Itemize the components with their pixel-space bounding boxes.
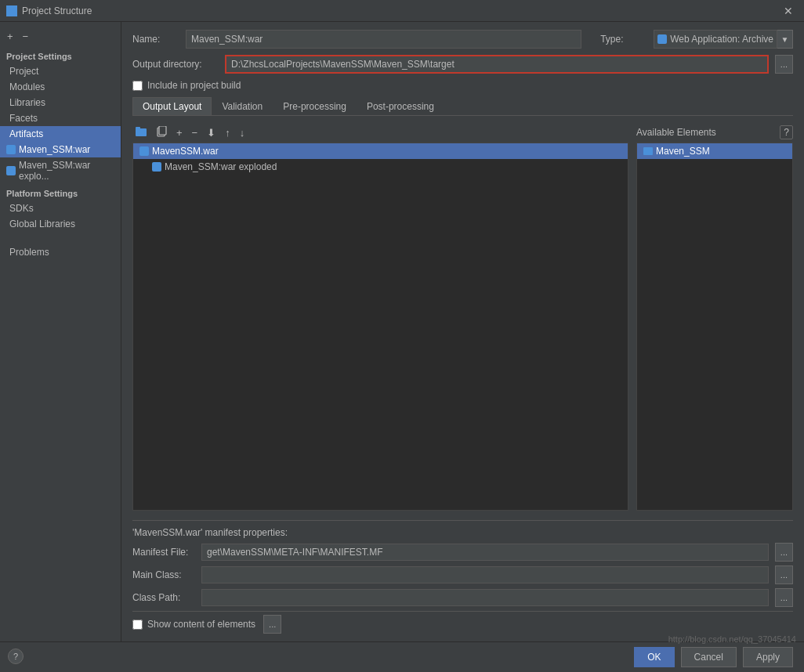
close-button[interactable]: ✕ <box>779 3 798 19</box>
modules-label: Modules <box>9 81 45 92</box>
content-area: + − Project Settings Project Modules Lib… <box>0 22 804 641</box>
main-class-row: Main Class: ... <box>132 565 793 584</box>
available-item-maven-ssm[interactable]: Maven_SSM <box>637 143 792 159</box>
tree-item-maven-ssm-war-exploded-label: Maven_SSM:war exploded <box>165 161 277 172</box>
class-path-input[interactable] <box>201 589 769 606</box>
bottom-bar: OK Cancel Apply <box>0 641 804 672</box>
available-elements-label: Available Elements <box>636 127 716 138</box>
tree-item-maven-ssm-war-exploded[interactable]: Maven_SSM:war exploded <box>133 159 628 175</box>
sidebar-item-sdks[interactable]: SDKs <box>0 201 121 216</box>
artifacts-label: Artifacts <box>9 128 43 139</box>
war-exploded-icon <box>6 166 16 175</box>
artifact-maven-ssm-war-exploded-label: Maven_SSM:war explo... <box>19 160 114 182</box>
type-icon <box>657 34 667 44</box>
available-elements-help-icon[interactable]: ? <box>780 125 793 139</box>
cancel-button[interactable]: Cancel <box>681 647 737 667</box>
sidebar-item-modules[interactable]: Modules <box>0 79 121 95</box>
show-content-browse-button[interactable]: ... <box>263 615 281 634</box>
manifest-file-label: Manifest File: <box>132 547 195 558</box>
main-class-input[interactable] <box>201 566 769 583</box>
sidebar: + − Project Settings Project Modules Lib… <box>0 22 121 641</box>
libraries-label: Libraries <box>9 97 45 108</box>
artifact-tree: MavenSSM.war Maven_SSM:war exploded <box>132 143 628 511</box>
class-path-browse-button[interactable]: ... <box>775 588 793 607</box>
show-content-row: Show content of elements ... <box>132 615 793 634</box>
available-item-maven-ssm-label: Maven_SSM <box>656 146 710 157</box>
tree-item-mavenssm-war[interactable]: MavenSSM.war <box>133 143 628 159</box>
include-in-build-checkbox[interactable] <box>132 81 143 91</box>
include-in-build-row: Include in project build <box>132 80 793 91</box>
toolbar-folder-btn[interactable] <box>132 125 150 141</box>
project-label: Project <box>9 66 38 77</box>
add-artifact-button[interactable]: + <box>5 31 16 42</box>
type-value: Web Application: Archive <box>670 34 773 45</box>
tab-pre-processing[interactable]: Pre-processing <box>273 97 357 115</box>
artifact-item-maven-ssm-war-exploded[interactable]: Maven_SSM:war explo... <box>0 157 121 184</box>
artifact-content-area: + − ⬇ ↑ ↓ MavenSSM.war Maven_SSM <box>132 122 793 511</box>
output-dir-input[interactable] <box>225 55 769 74</box>
svg-rect-3 <box>159 126 166 135</box>
class-path-label: Class Path: <box>132 592 195 603</box>
tree-item-mavenssm-war-label: MavenSSM.war <box>152 146 219 157</box>
available-elements-tree: Maven_SSM <box>636 143 793 511</box>
sidebar-item-problems[interactable]: Problems <box>0 244 121 260</box>
facets-label: Facets <box>9 113 38 124</box>
toolbar-down-filled-btn[interactable]: ⬇ <box>204 125 219 140</box>
sidebar-item-global-libraries[interactable]: Global Libraries <box>0 216 121 232</box>
apply-button[interactable]: Apply <box>743 647 793 667</box>
class-path-row: Class Path: ... <box>132 588 793 607</box>
svg-rect-1 <box>136 127 140 129</box>
toolbar-remove-btn[interactable]: − <box>189 125 201 140</box>
toolbar-copy-btn[interactable] <box>153 125 170 141</box>
toolbar-up-btn[interactable]: ↑ <box>222 125 234 140</box>
war-exploded-tree-icon <box>152 162 161 172</box>
right-panel: Name: Type: Web Application: Archive ▼ O… <box>121 22 804 641</box>
main-container: + − Project Settings Project Modules Lib… <box>0 22 804 672</box>
ok-button[interactable]: OK <box>634 647 674 667</box>
war-icon <box>6 145 16 154</box>
type-dropdown-button[interactable]: ▼ <box>777 30 793 49</box>
problems-label: Problems <box>9 247 49 258</box>
toolbar-add-btn[interactable]: + <box>173 125 186 140</box>
platform-settings-header: Platform Settings <box>0 184 121 201</box>
svg-rect-0 <box>136 128 147 136</box>
output-dir-row: Output directory: ... <box>132 55 793 74</box>
artifact-maven-ssm-war-label: Maven_SSM:war <box>19 144 90 155</box>
artifact-right-panel: Available Elements ? Maven_SSM <box>636 122 793 511</box>
manifest-file-row: Manifest File: ... <box>132 543 793 562</box>
available-elements-header: Available Elements ? <box>636 122 793 143</box>
sidebar-item-artifacts[interactable]: Artifacts <box>0 126 121 142</box>
show-content-checkbox[interactable] <box>132 620 143 630</box>
manifest-section: 'MavenSSM.war' manifest properties: Mani… <box>132 520 793 634</box>
tab-post-processing[interactable]: Post-processing <box>357 97 444 115</box>
name-type-row: Name: Type: Web Application: Archive ▼ <box>132 30 793 49</box>
tab-output-layout[interactable]: Output Layout <box>132 97 212 115</box>
name-input[interactable] <box>186 30 581 49</box>
output-dir-browse-button[interactable]: ... <box>775 55 793 74</box>
type-label: Type: <box>600 34 647 45</box>
manifest-file-input[interactable] <box>201 544 769 561</box>
project-settings-header: Project Settings <box>0 47 121 63</box>
window-title: Project Structure <box>22 5 92 16</box>
global-libraries-label: Global Libraries <box>9 219 75 229</box>
sidebar-toolbar: + − <box>0 25 121 47</box>
tabs-bar: Output Layout Validation Pre-processing … <box>132 97 793 116</box>
title-bar: Project Structure ✕ <box>0 0 804 22</box>
main-class-label: Main Class: <box>132 569 195 580</box>
manifest-file-browse-button[interactable]: ... <box>775 543 793 562</box>
help-button[interactable]: ? <box>8 649 24 664</box>
sidebar-item-facets[interactable]: Facets <box>0 110 121 126</box>
tab-validation[interactable]: Validation <box>212 97 273 115</box>
main-class-browse-button[interactable]: ... <box>775 565 793 584</box>
artifact-tree-toolbar: + − ⬇ ↑ ↓ <box>132 122 628 143</box>
sdks-label: SDKs <box>9 203 34 214</box>
toolbar-down-btn[interactable]: ↓ <box>237 125 248 140</box>
remove-artifact-button[interactable]: − <box>20 31 31 42</box>
app-icon <box>6 5 17 16</box>
separator <box>132 611 793 612</box>
sidebar-item-libraries[interactable]: Libraries <box>0 95 121 110</box>
show-content-label: Show content of elements <box>147 619 255 630</box>
artifact-item-maven-ssm-war[interactable]: Maven_SSM:war <box>0 142 121 157</box>
sidebar-item-project[interactable]: Project <box>0 63 121 79</box>
war-tree-icon <box>139 146 149 156</box>
